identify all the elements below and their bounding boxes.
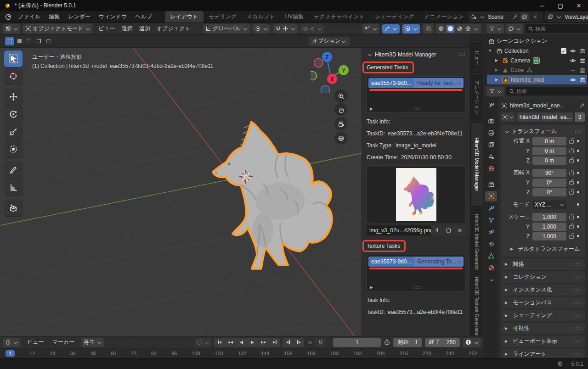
eye-icon[interactable]	[570, 48, 576, 54]
stopwatch-icon[interactable]	[384, 339, 390, 346]
menu-item[interactable]: ヘルプ	[131, 11, 156, 22]
tab-view-layer[interactable]	[485, 140, 497, 150]
workspace-tab[interactable]: シェーディング	[370, 11, 419, 22]
shield-icon[interactable]	[443, 225, 454, 235]
select-mode-intersect[interactable]	[44, 37, 53, 45]
mode-selector[interactable]: オブジェクトモード	[23, 24, 92, 34]
outliner-row-hitem3d-model[interactable]: ▶ hitem3d_mod	[487, 75, 587, 84]
new-scene-button[interactable]	[520, 13, 529, 21]
tab-render[interactable]	[485, 116, 497, 126]
transform-orientation[interactable]: グローバル	[203, 24, 250, 34]
remove-image-button[interactable]	[454, 225, 465, 235]
animate-dot[interactable]	[577, 140, 579, 142]
frame-tick[interactable]: 240	[446, 351, 454, 356]
extensions-icon[interactable]	[557, 361, 563, 367]
next-keyframe-button[interactable]	[258, 338, 269, 347]
zoom-button[interactable]	[334, 89, 347, 102]
proportional-edit-toggle[interactable]	[300, 24, 324, 34]
properties-section[interactable]: ▶モーションパス	[501, 297, 585, 308]
texture-list-grip-icon[interactable]	[414, 285, 421, 289]
animate-dot[interactable]	[577, 159, 579, 162]
snap-playhead-toggle[interactable]	[315, 338, 326, 347]
tabs-overflow-chevron[interactable]	[485, 274, 497, 285]
timeline-menu-item[interactable]: ビュー	[23, 337, 48, 347]
perspective-toggle-button[interactable]	[334, 132, 347, 145]
menu-item[interactable]: ウィンドウ	[95, 11, 131, 22]
autokey-toggle[interactable]	[195, 338, 211, 347]
list-grip-icon[interactable]	[414, 107, 421, 111]
camera-restrict-icon[interactable]	[579, 48, 586, 54]
location-x-field[interactable]: 0 m	[532, 137, 566, 145]
properties-section[interactable]: ▶可視性	[501, 323, 585, 334]
frame-tick[interactable]: 180	[330, 351, 339, 356]
sidebar-tab-view[interactable]: ビュー	[470, 43, 483, 73]
sidebar-tab-hitem3d-model-generator[interactable]: Hitem3D Model Generator	[470, 209, 483, 274]
outliner-row-collection[interactable]: ▼ Collection	[487, 46, 587, 56]
tab-scene[interactable]	[485, 151, 497, 162]
close-button[interactable]: ✕	[570, 0, 588, 11]
timeline-editor-type-button[interactable]	[3, 338, 20, 347]
current-frame-field[interactable]: 1	[333, 338, 381, 347]
camera-restrict-icon[interactable]	[579, 67, 586, 73]
unlink-scene-button[interactable]: ✕	[531, 13, 539, 21]
list-expand-icon[interactable]: ▶	[370, 106, 373, 111]
snap-toggle[interactable]	[273, 24, 298, 34]
users-count-badge[interactable]: 3	[575, 112, 585, 122]
location-z-field[interactable]: 0 m	[532, 157, 566, 165]
move-tool[interactable]	[4, 89, 23, 105]
viewport-menu-item[interactable]: 選択	[119, 23, 136, 34]
tab-particles[interactable]	[485, 215, 497, 225]
3d-viewport[interactable]: オプション ユーザー・透視投影 (1) Collection | hitem3d…	[0, 35, 484, 336]
lock-icon[interactable]	[569, 214, 574, 220]
scale-x-field[interactable]: 1.000	[532, 213, 566, 221]
scale-y-field[interactable]: 1.000	[532, 223, 566, 231]
animate-dot[interactable]	[577, 191, 579, 193]
transform-tool[interactable]	[4, 141, 23, 157]
outliner-row-scene-collection[interactable]: シーンコレクション	[487, 36, 587, 46]
frame-tick[interactable]: 252	[469, 351, 477, 356]
minimize-button[interactable]: ─	[533, 0, 551, 11]
frame-end-field[interactable]: 終了250	[425, 338, 460, 347]
prev-keyframe-button[interactable]	[225, 338, 236, 347]
lock-icon[interactable]	[569, 224, 574, 229]
frame-tick[interactable]: 132	[238, 351, 246, 356]
gizmos-toggle[interactable]	[382, 24, 400, 34]
annotate-tool[interactable]	[4, 162, 23, 178]
step-forward-button[interactable]	[294, 338, 304, 347]
tab-object[interactable]	[485, 191, 497, 201]
pin-icon[interactable]	[512, 14, 518, 20]
viewport-menu-item[interactable]: オブジェクト	[153, 23, 194, 34]
properties-section[interactable]: ▶シェーディング	[501, 310, 585, 321]
tab-world[interactable]	[485, 163, 497, 174]
select-mode-invert[interactable]	[34, 37, 43, 45]
axis-z-neg-ball[interactable]	[321, 86, 330, 93]
timeline-menu-item[interactable]: マーカー	[48, 337, 79, 347]
animate-dot[interactable]	[577, 172, 579, 174]
lock-icon[interactable]	[569, 138, 574, 144]
play-button[interactable]	[247, 338, 258, 347]
disclosure-icon[interactable]: ▶	[495, 68, 498, 72]
frame-start-field[interactable]: 開始1	[393, 338, 422, 347]
disclosure-icon[interactable]: ▶	[495, 78, 498, 82]
workspace-tab[interactable]: アニメーション	[419, 11, 469, 22]
kirin-model[interactable]	[193, 114, 345, 272]
properties-section[interactable]: ▶関係	[501, 258, 585, 270]
panel-header[interactable]: Hitem3D Model Manager	[367, 51, 465, 58]
tab-output[interactable]	[485, 128, 497, 138]
play-reverse-button[interactable]	[236, 338, 247, 347]
location-y-field[interactable]: 0 m	[532, 147, 566, 155]
sidebar-tab-hitem3d-texture-generator[interactable]: Hitem3D Texture Generator	[470, 277, 483, 335]
show-object-types-button[interactable]	[362, 24, 379, 34]
playback-menu[interactable]: 再生	[81, 338, 104, 347]
properties-search-input[interactable]	[516, 89, 587, 94]
frame-tick[interactable]: 24	[50, 351, 55, 356]
workspace-tab[interactable]: モデリング	[204, 11, 242, 22]
image-filename[interactable]: img_v3_02u...42056g.png	[367, 225, 431, 235]
workspace-tab[interactable]: テクスチャペイント	[309, 11, 370, 22]
animate-dot[interactable]	[577, 225, 579, 228]
add-cube-tool[interactable]	[4, 200, 23, 216]
object-type-dropdown[interactable]	[501, 112, 515, 122]
tab-tool[interactable]	[485, 100, 497, 111]
menu-item[interactable]: ファイル	[14, 11, 45, 22]
lock-icon[interactable]	[569, 157, 574, 163]
